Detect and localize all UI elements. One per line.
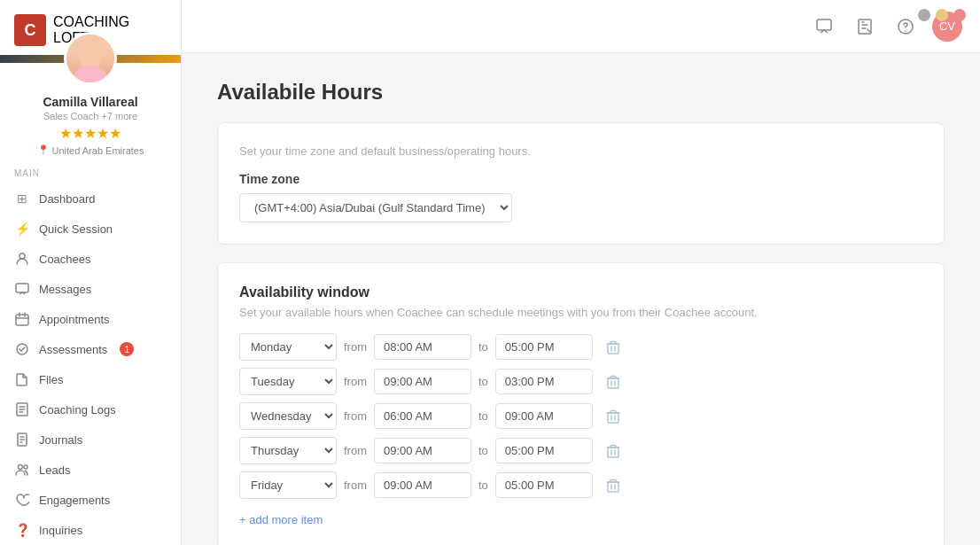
- from-label-1: from: [344, 340, 367, 354]
- help-icon[interactable]: [891, 12, 920, 41]
- from-time-thursday[interactable]: [374, 438, 471, 463]
- delete-row-5[interactable]: [600, 472, 626, 499]
- sidebar-item-quick-session[interactable]: ⚡ Quick Session: [0, 214, 181, 244]
- inquiries-icon: ❓: [14, 522, 30, 538]
- engagements-icon: [14, 492, 30, 508]
- availability-description: Set your available hours when Coachee ca…: [239, 306, 922, 319]
- svg-rect-1: [16, 284, 28, 292]
- assessments-icon: [14, 341, 30, 357]
- sidebar-item-label: Quick Session: [39, 222, 113, 236]
- sidebar-item-engagements[interactable]: Engagements: [0, 485, 181, 515]
- profile-banner: [0, 55, 181, 63]
- dot-1[interactable]: [918, 9, 930, 21]
- logo-top: COACHING: [53, 14, 129, 30]
- sidebar-item-files[interactable]: Files: [0, 364, 181, 394]
- from-label-4: from: [344, 444, 367, 457]
- to-time-tuesday[interactable]: [495, 369, 593, 394]
- sidebar-item-label: Inquiries: [39, 524, 82, 537]
- svg-rect-12: [608, 344, 618, 354]
- sidebar-item-label: Engagements: [39, 494, 110, 507]
- avatar-figure: [66, 35, 114, 82]
- sidebar-item-label: Leads: [39, 463, 70, 477]
- to-label-1: to: [478, 340, 488, 354]
- to-label-4: to: [478, 444, 488, 457]
- delete-row-2[interactable]: [600, 369, 626, 395]
- timezone-subtitle: Set your time zone and default business/…: [239, 144, 922, 158]
- to-time-friday[interactable]: [495, 472, 593, 498]
- availability-row: MondayTuesdayWednesdayThursdayFridaySatu…: [239, 333, 922, 361]
- svg-point-0: [19, 253, 25, 259]
- top-bar: CV: [182, 0, 980, 53]
- dot-2[interactable]: [936, 9, 948, 21]
- avatar: [64, 32, 117, 85]
- from-label-5: from: [344, 479, 367, 492]
- appointments-icon: [14, 311, 30, 327]
- availability-row: MondayTuesdayWednesdayThursdayFridaySatu…: [239, 437, 922, 464]
- sidebar-item-label: Dashboard: [39, 192, 96, 206]
- from-time-monday[interactable]: [374, 334, 471, 360]
- location-pin-icon: 📍: [37, 144, 50, 156]
- to-time-monday[interactable]: [495, 334, 593, 360]
- day-select-friday[interactable]: MondayTuesdayWednesdayThursdayFridaySatu…: [239, 471, 337, 499]
- from-label-3: from: [344, 409, 367, 423]
- dashboard-icon: ⊞: [14, 191, 30, 206]
- svg-rect-2: [16, 315, 28, 325]
- sidebar-item-label: Assessments: [39, 343, 107, 356]
- quick-session-icon: ⚡: [14, 221, 30, 237]
- svg-rect-8: [817, 19, 831, 30]
- add-more-link[interactable]: + add more item: [239, 513, 323, 526]
- day-select-monday[interactable]: MondayTuesdayWednesdayThursdayFridaySatu…: [239, 333, 337, 361]
- sidebar-item-leads[interactable]: Leads: [0, 455, 181, 485]
- right-panel: CV Availabile Hours Set your time zone a…: [182, 0, 980, 545]
- sidebar-item-inquiries[interactable]: ❓ Inquiries: [0, 515, 181, 545]
- from-time-tuesday[interactable]: [374, 369, 471, 394]
- page-title: Availabile Hours: [217, 80, 945, 105]
- sidebar-item-assessments[interactable]: Assessments 1: [0, 334, 181, 364]
- from-time-friday[interactable]: [374, 472, 471, 498]
- dot-3[interactable]: [953, 9, 966, 21]
- timezone-card: Set your time zone and default business/…: [217, 122, 945, 245]
- to-time-thursday[interactable]: [495, 438, 593, 463]
- availability-row: MondayTuesdayWednesdayThursdayFridaySatu…: [239, 471, 922, 499]
- svg-rect-15: [608, 448, 618, 457]
- to-label-5: to: [478, 479, 488, 492]
- messages-icon: [14, 281, 30, 297]
- availability-row: MondayTuesdayWednesdayThursdayFridaySatu…: [239, 402, 922, 430]
- analytics-icon[interactable]: [851, 12, 879, 41]
- chat-icon[interactable]: [810, 12, 838, 41]
- files-icon: [14, 371, 30, 387]
- sidebar-item-label: Coachees: [39, 253, 91, 266]
- sidebar-item-appointments[interactable]: Appointments: [0, 304, 181, 334]
- day-select-thursday[interactable]: MondayTuesdayWednesdayThursdayFridaySatu…: [239, 437, 337, 464]
- svg-rect-14: [608, 413, 618, 423]
- sidebar-item-label: Messages: [39, 283, 91, 296]
- sidebar-item-coaching-logs[interactable]: Coaching Logs: [0, 394, 181, 424]
- to-label-3: to: [478, 409, 488, 423]
- delete-row-3[interactable]: [600, 403, 626, 430]
- delete-row-1[interactable]: [600, 334, 626, 361]
- sidebar-item-journals[interactable]: Journals: [0, 424, 181, 455]
- sidebar-item-label: Files: [39, 373, 63, 386]
- coaching-logs-icon: [14, 401, 30, 417]
- to-time-wednesday[interactable]: [495, 403, 593, 429]
- sidebar-section-label: MAIN: [0, 156, 181, 183]
- from-time-wednesday[interactable]: [374, 403, 471, 429]
- timezone-select[interactable]: (GMT+4:00) Asia/Dubai (Gulf Standard Tim…: [239, 193, 512, 222]
- window-controls: [918, 9, 966, 21]
- day-select-tuesday[interactable]: MondayTuesdayWednesdayThursdayFridaySatu…: [239, 368, 337, 395]
- sidebar-item-dashboard[interactable]: ⊞ Dashboard: [0, 183, 181, 214]
- profile-stars: ★★★★★: [9, 125, 172, 142]
- timezone-label: Time zone: [239, 172, 922, 186]
- delete-row-4[interactable]: [600, 438, 626, 464]
- profile-location: 📍 United Arab Emirates: [9, 144, 172, 156]
- svg-point-7: [24, 465, 27, 469]
- journals-icon: [14, 432, 30, 448]
- sidebar-item-messages[interactable]: Messages: [0, 274, 181, 304]
- availability-title: Availability window: [239, 284, 922, 300]
- profile-name: Camilla Villareal: [9, 95, 172, 109]
- sidebar-item-label: Journals: [39, 433, 82, 447]
- sidebar-item-coachees[interactable]: Coachees: [0, 244, 181, 274]
- sidebar: C COACHING LOFT Camilla Villareal Sales …: [0, 0, 182, 545]
- day-select-wednesday[interactable]: MondayTuesdayWednesdayThursdayFridaySatu…: [239, 402, 337, 430]
- svg-point-6: [19, 465, 23, 470]
